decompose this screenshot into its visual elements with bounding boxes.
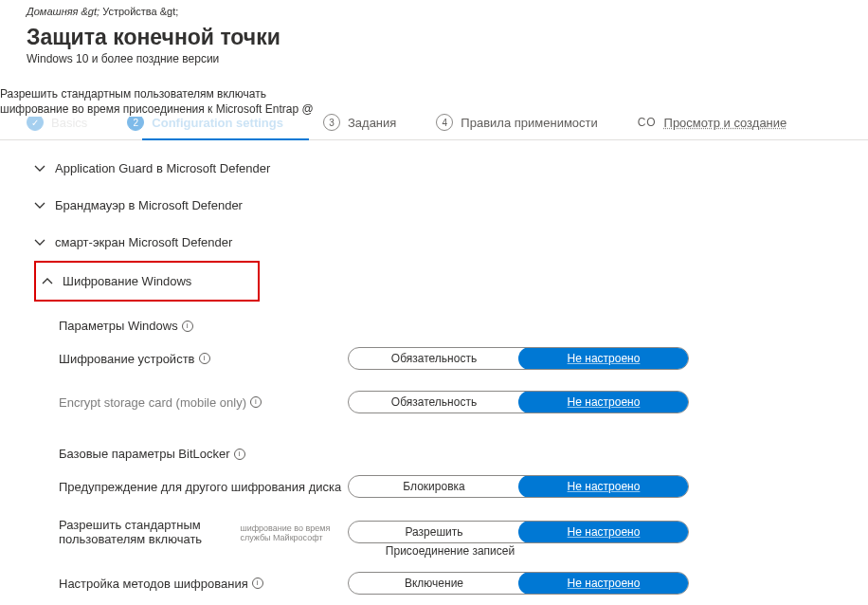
tab-review-create[interactable]: СО Просмотр и создание <box>638 116 787 130</box>
floating-help-text: Разрешить стандартным пользователям вклю… <box>0 87 322 117</box>
page-title: Защита конечной точки <box>27 25 868 50</box>
toggle-encrypt-devices[interactable]: Обязательность Не настроено <box>348 347 689 370</box>
breadcrumb-devices[interactable]: Устройства &gt; <box>102 6 178 17</box>
accordion-windows-encryption[interactable]: Шифрование Windows <box>36 263 258 300</box>
info-icon[interactable]: i <box>182 321 193 332</box>
toggle-configure-encryption-methods[interactable]: Включение Не настроено <box>348 572 689 595</box>
toggle-disk-encryption-warning[interactable]: Блокировка Не настроено <box>348 475 689 498</box>
tab-tasks[interactable]: 3 Задания <box>323 114 396 131</box>
page-subtitle: Windows 10 и более поздние версии <box>27 52 868 65</box>
setting-configure-encryption-methods: Настройка методов шифрования i Включение… <box>59 571 841 596</box>
toggle-encrypt-storage-card[interactable]: Обязательность Не настроено <box>348 391 689 413</box>
setting-encrypt-devices: Шифрование устройств i Обязательность Не… <box>59 346 841 371</box>
info-icon[interactable]: i <box>234 449 245 460</box>
accordion-firewall[interactable]: Брандмауэр в Microsoft Defender <box>34 187 841 224</box>
active-tab-underline <box>142 138 309 140</box>
extra-midline-text: Присоединение записей <box>59 544 841 558</box>
subsection-windows-params: Параметры Windows i <box>59 319 841 333</box>
accordion-application-guard[interactable]: Application Guard в Microsoft Defender <box>34 150 841 187</box>
info-icon[interactable]: i <box>250 396 262 408</box>
chevron-down-icon <box>34 237 45 248</box>
chevron-down-icon <box>34 200 45 211</box>
step-icon: 3 <box>323 114 340 131</box>
tab-scope-tags[interactable]: 4 Правила применимости <box>436 114 597 131</box>
chevron-down-icon <box>34 163 45 174</box>
step-prefix: СО <box>638 116 657 129</box>
toggle-allow-standard-users[interactable]: Разрешить Не настроено <box>348 521 689 543</box>
setting-allow-standard-users: Разрешить стандартным пользователям вклю… <box>59 518 841 546</box>
breadcrumb-home[interactable]: Домашняя &gt; <box>27 6 99 17</box>
setting-encrypt-storage-card: Encrypt storage card (mobile only) i Обя… <box>59 390 841 414</box>
setting-disk-encryption-warning: Предупреждение для другого шифрования ди… <box>59 474 841 499</box>
info-icon[interactable]: i <box>252 578 263 589</box>
step-icon: 4 <box>436 114 453 131</box>
subsection-bitlocker-params: Базовые параметры BitLocker i <box>59 447 841 461</box>
accordion-smartscreen[interactable]: смарт-экран Microsoft Defender <box>34 224 841 261</box>
breadcrumb[interactable]: Домашняя &gt; Устройства &gt; <box>0 6 868 21</box>
info-icon[interactable]: i <box>199 353 210 364</box>
highlighted-section: Шифрование Windows <box>34 261 260 302</box>
chevron-up-icon <box>42 276 53 287</box>
